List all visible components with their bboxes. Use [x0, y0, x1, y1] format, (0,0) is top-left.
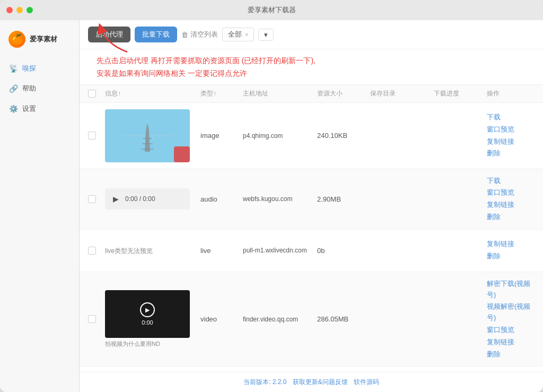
table-row: ▶ 0:00 拍视频为什么要用ND video finder.video.qq.… — [80, 272, 543, 367]
row2-copy-link[interactable]: 复制链接 — [487, 199, 514, 211]
main-content: 启动代理 批量下载 🗑 清空列表 全部 × ▾ — [80, 20, 543, 392]
row3-type: live — [200, 247, 243, 255]
sniff-icon: 📡 — [8, 64, 18, 73]
th-progress: 下载进度 — [434, 89, 487, 98]
settings-icon: ⚙️ — [8, 104, 18, 113]
logo-emoji: 🍊 — [11, 33, 23, 45]
th-info: 信息↑ — [105, 89, 200, 98]
batch-download-button[interactable]: 批量下载 — [135, 27, 177, 42]
titlebar: 爱享素材下载器 — [0, 0, 543, 20]
th-size: 资源大小 — [317, 89, 370, 98]
row4-host: finder.video.qq.com — [243, 316, 317, 323]
select-all-checkbox[interactable] — [88, 90, 96, 98]
row2-checkbox[interactable] — [88, 195, 96, 203]
row4-video-decrypt-link[interactable]: 视频解密(视频号) — [487, 301, 535, 324]
row1-info — [105, 109, 200, 162]
instruction-line1: 先点击启动代理 再打开需要抓取的资源页面 (已经打开的刷新一下), — [97, 56, 316, 65]
row1-checkbox-cell — [88, 132, 105, 140]
row4-size: 286.05MB — [317, 315, 370, 323]
trash-icon: 🗑 — [181, 31, 188, 39]
clear-list-button[interactable]: 🗑 清空列表 — [181, 30, 218, 39]
row2-size: 2.90MB — [317, 195, 370, 203]
row3-delete-link[interactable]: 删除 — [487, 251, 501, 262]
row1-image-thumbnail — [105, 109, 190, 162]
logo-text: 爱享素材 — [30, 34, 57, 44]
filter-tag[interactable]: 全部 × — [222, 28, 254, 41]
instruction-text: 先点击启动代理 再打开需要抓取的资源页面 (已经打开的刷新一下), 安装是如果有… — [88, 53, 535, 82]
update-link[interactable]: 获取更新&问题反馈 — [293, 378, 348, 386]
sidebar-item-settings-label: 设置 — [22, 104, 36, 114]
chevron-down-icon: ▾ — [264, 31, 268, 39]
start-proxy-button[interactable]: 启动代理 — [88, 27, 130, 42]
row4-delete-link[interactable]: 删除 — [487, 349, 501, 360]
maximize-button[interactable] — [27, 7, 33, 13]
row1-actions: 下载 窗口预览 复制链接 删除 — [487, 112, 535, 159]
row4-copy-link[interactable]: 复制链接 — [487, 337, 514, 348]
close-button[interactable] — [6, 7, 13, 13]
sidebar-item-settings[interactable]: ⚙️ 设置 — [0, 99, 79, 119]
row2-audio-time: 0:00 / 0:00 — [125, 195, 155, 203]
row4-video-caption: 拍视频为什么要用ND — [105, 340, 190, 348]
row4-video-time: 0:00 — [142, 319, 153, 326]
row1-preview-link[interactable]: 窗口预览 — [487, 124, 514, 135]
footer: 当前版本: 2.2.0 获取更新&问题反馈 软件源码 — [80, 372, 543, 392]
row2-host: webfs.kugou.com — [243, 195, 317, 203]
row4-decrypt-download-link[interactable]: 解密下载(视频号) — [487, 278, 535, 301]
table-row: live类型无法预览 live pull-m1.wxlivecdn.com 0b… — [80, 230, 543, 272]
row4-checkbox-cell — [88, 315, 105, 323]
app-body: 🍊 爱享素材 📡 嗅探 🔗 帮助 ⚙️ 设置 启动代理 批量下载 — [0, 20, 543, 392]
filter-label: 全部 — [228, 30, 242, 39]
traffic-lights — [6, 7, 33, 13]
table-body: image p4.qhimg.com 240.10KB 下载 窗口预览 复制链接… — [80, 103, 543, 372]
app-window: 爱享素材下载器 🍊 爱享素材 📡 嗅探 🔗 帮助 ⚙️ 设置 — [0, 0, 543, 392]
row3-size: 0b — [317, 247, 370, 255]
row3-info: live类型无法预览 — [105, 246, 200, 256]
th-action: 操作 — [487, 89, 535, 98]
row3-copy-link[interactable]: 复制链接 — [487, 239, 514, 250]
table-row: ▶ 0:00 / 0:00 audio webfs.kugou.com 2.90… — [80, 169, 543, 230]
row2-checkbox-cell — [88, 195, 105, 203]
row2-type: audio — [200, 195, 243, 203]
logo-area: 🍊 爱享素材 — [0, 27, 79, 58]
row4-play-button[interactable]: ▶ — [140, 302, 155, 317]
row2-play-button[interactable]: ▶ — [110, 194, 121, 204]
th-type: 类型↑ — [200, 89, 243, 98]
sidebar-item-sniff[interactable]: 📡 嗅探 — [0, 58, 79, 79]
sidebar: 🍊 爱享素材 📡 嗅探 🔗 帮助 ⚙️ 设置 — [0, 20, 80, 392]
toolbar: 启动代理 批量下载 🗑 清空列表 全部 × ▾ — [80, 20, 543, 49]
row1-download-link[interactable]: 下载 — [487, 112, 501, 123]
source-link[interactable]: 软件源码 — [354, 378, 379, 386]
instruction-line2: 安装是如果有询问网络相关 一定要记得点允许 — [97, 69, 247, 77]
sidebar-item-help[interactable]: 🔗 帮助 — [0, 79, 79, 99]
row4-checkbox[interactable] — [88, 315, 96, 323]
instruction-area: 先点击启动代理 再打开需要抓取的资源页面 (已经打开的刷新一下), 安装是如果有… — [80, 49, 543, 85]
row1-copy-link[interactable]: 复制链接 — [487, 136, 514, 147]
version-text: 当前版本: 2.2.0 — [243, 378, 286, 386]
row1-delete-link[interactable]: 删除 — [487, 148, 501, 159]
row4-video-player: ▶ 0:00 — [105, 290, 190, 338]
filter-close-button[interactable]: × — [245, 31, 248, 38]
row2-delete-link[interactable]: 删除 — [487, 212, 501, 223]
row4-preview-link[interactable]: 窗口预览 — [487, 325, 514, 336]
clear-list-label: 清空列表 — [190, 30, 218, 39]
row2-download-link[interactable]: 下载 — [487, 176, 501, 187]
row4-actions: 解密下载(视频号) 视频解密(视频号) 窗口预览 复制链接 删除 — [487, 278, 535, 360]
filter-dropdown[interactable]: ▾ — [258, 29, 274, 41]
window-title: 爱享素材下载器 — [248, 5, 296, 15]
help-icon: 🔗 — [8, 84, 18, 93]
row3-checkbox-cell — [88, 247, 105, 255]
row3-checkbox[interactable] — [88, 247, 96, 255]
th-check — [88, 90, 105, 98]
row1-host: p4.qhimg.com — [243, 132, 317, 140]
row4-type: video — [200, 315, 243, 323]
minimize-button[interactable] — [16, 7, 23, 13]
sidebar-item-help-label: 帮助 — [22, 84, 36, 93]
row3-actions: 复制链接 删除 — [487, 239, 535, 262]
row2-actions: 下载 窗口预览 复制链接 删除 — [487, 176, 535, 223]
table-row: image p4.qhimg.com 240.10KB 下载 窗口预览 复制链接… — [80, 103, 543, 169]
row1-checkbox[interactable] — [88, 132, 96, 140]
row2-audio-player: ▶ 0:00 / 0:00 — [105, 188, 190, 210]
sidebar-item-sniff-label: 嗅探 — [22, 64, 36, 73]
th-host: 主机地址 — [243, 89, 317, 98]
row2-preview-link[interactable]: 窗口预览 — [487, 187, 514, 198]
